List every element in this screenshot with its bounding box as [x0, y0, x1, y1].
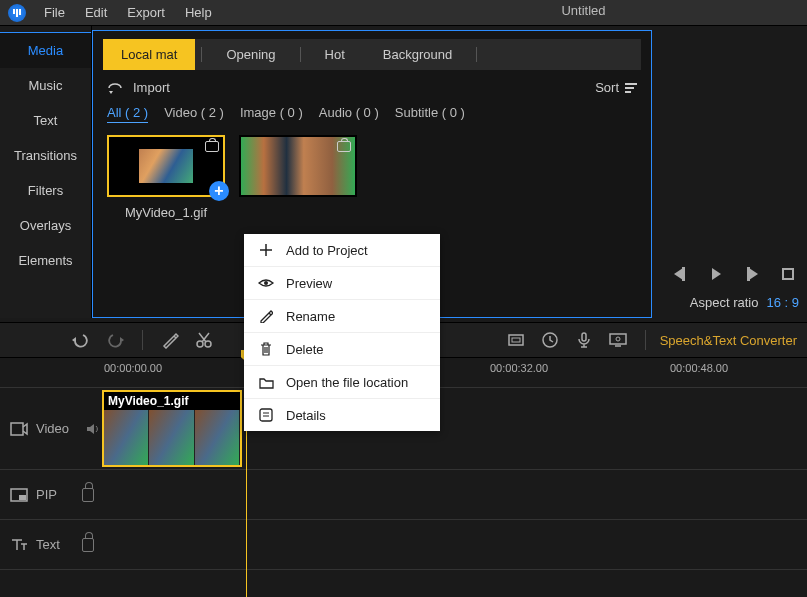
ctx-delete[interactable]: Delete [244, 333, 440, 366]
redo-button[interactable] [102, 327, 128, 353]
trash-icon [258, 341, 274, 357]
ctx-label: Details [286, 408, 326, 423]
ctx-open-location[interactable]: Open the file location [244, 366, 440, 399]
divider [142, 330, 143, 350]
ctx-label: Delete [286, 342, 324, 357]
timecode-0: 00:00:00.00 [104, 362, 162, 374]
prev-frame-button[interactable] [669, 263, 691, 285]
aspect-ratio-value[interactable]: 16 : 9 [766, 295, 799, 310]
filter-subtitle[interactable]: Subtitle ( 0 ) [395, 105, 465, 123]
sidebar-item-text[interactable]: Text [0, 103, 91, 138]
ctx-label: Rename [286, 309, 335, 324]
sidebar-item-filters[interactable]: Filters [0, 173, 91, 208]
filter-image[interactable]: Image ( 0 ) [240, 105, 303, 123]
preview-panel: Aspect ratio 16 : 9 [656, 26, 807, 318]
svg-point-7 [616, 337, 620, 341]
tab-local[interactable]: Local mat [103, 39, 195, 70]
track-text: Text [0, 520, 807, 570]
menu-help[interactable]: Help [175, 5, 222, 20]
track-pip: PIP [0, 470, 807, 520]
import-button[interactable]: Import [107, 80, 170, 95]
divider [300, 47, 301, 62]
ctx-preview[interactable]: Preview [244, 267, 440, 300]
tab-hot[interactable]: Hot [307, 39, 363, 70]
media-item-name: MyVideo_1.gif [107, 205, 225, 220]
media-thumbnails: + MyVideo_1.gif [103, 135, 641, 220]
next-frame-button[interactable] [741, 263, 763, 285]
sidebar-item-elements[interactable]: Elements [0, 243, 91, 278]
pip-track-icon [10, 488, 28, 502]
menu-bar: File Edit Export Help Untitled [0, 0, 807, 26]
camera-icon [205, 141, 219, 152]
pencil-icon [258, 308, 274, 324]
aspect-ratio-label: Aspect ratio [690, 295, 759, 310]
details-icon [258, 407, 274, 423]
media-filter-row: All ( 2 ) Video ( 2 ) Image ( 0 ) Audio … [107, 105, 637, 123]
edit-tool-button[interactable] [157, 327, 183, 353]
clip-label: MyVideo_1.gif [104, 392, 240, 410]
svg-rect-2 [509, 335, 523, 345]
video-track-icon [10, 422, 28, 436]
sidebar: Media Music Text Transitions Filters Ove… [0, 26, 92, 318]
track-label: Text [36, 537, 60, 552]
ctx-add-to-project[interactable]: Add to Project [244, 234, 440, 267]
media-item-2[interactable] [239, 135, 357, 220]
lock-icon[interactable] [82, 488, 94, 502]
menu-edit[interactable]: Edit [75, 5, 117, 20]
context-menu: Add to Project Preview Rename Delete Ope… [244, 234, 440, 431]
ctx-details[interactable]: Details [244, 399, 440, 431]
tab-background[interactable]: Background [365, 39, 470, 70]
folder-icon [258, 374, 274, 390]
mute-icon[interactable] [86, 423, 100, 435]
media-tabs: Local mat Opening Hot Background [103, 39, 641, 70]
text-track-icon [10, 537, 28, 553]
svg-rect-10 [19, 495, 26, 500]
add-to-project-icon[interactable]: + [209, 181, 229, 201]
crop-button[interactable] [503, 327, 529, 353]
ctx-label: Open the file location [286, 375, 408, 390]
voiceover-button[interactable] [571, 327, 597, 353]
app-logo-icon [8, 4, 26, 22]
sort-button[interactable]: Sort [595, 80, 637, 95]
duration-button[interactable] [537, 327, 563, 353]
menu-export[interactable]: Export [117, 5, 175, 20]
ctx-label: Add to Project [286, 243, 368, 258]
sidebar-item-media[interactable]: Media [0, 32, 91, 68]
document-title: Untitled [561, 3, 605, 18]
svg-rect-12 [260, 409, 272, 421]
import-label: Import [133, 80, 170, 95]
svg-point-11 [264, 281, 268, 285]
play-button[interactable] [705, 263, 727, 285]
filter-all[interactable]: All ( 2 ) [107, 105, 148, 123]
undo-button[interactable] [68, 327, 94, 353]
timecode-3: 00:00:48.00 [670, 362, 728, 374]
svg-rect-5 [582, 333, 586, 341]
ctx-label: Preview [286, 276, 332, 291]
track-label: PIP [36, 487, 57, 502]
media-item-1[interactable]: + MyVideo_1.gif [107, 135, 225, 220]
timeline-clip[interactable]: MyVideo_1.gif [102, 390, 242, 467]
sidebar-item-overlays[interactable]: Overlays [0, 208, 91, 243]
timecode-2: 00:00:32.00 [490, 362, 548, 374]
divider [645, 330, 646, 350]
record-screen-button[interactable] [605, 327, 631, 353]
ctx-rename[interactable]: Rename [244, 300, 440, 333]
svg-rect-8 [11, 423, 23, 435]
thumbnail-image [139, 149, 193, 183]
speech-text-converter-link[interactable]: Speech&Text Converter [660, 333, 797, 348]
sidebar-item-music[interactable]: Music [0, 68, 91, 103]
filter-audio[interactable]: Audio ( 0 ) [319, 105, 379, 123]
eye-icon [258, 275, 274, 291]
svg-rect-3 [512, 338, 520, 342]
menu-file[interactable]: File [34, 5, 75, 20]
divider [476, 47, 477, 62]
sort-icon [625, 83, 637, 93]
svg-rect-6 [610, 334, 626, 344]
stop-button[interactable] [777, 263, 799, 285]
sidebar-item-transitions[interactable]: Transitions [0, 138, 91, 173]
lock-icon[interactable] [82, 538, 94, 552]
cut-tool-button[interactable] [191, 327, 217, 353]
tab-opening[interactable]: Opening [208, 39, 293, 70]
filter-video[interactable]: Video ( 2 ) [164, 105, 224, 123]
divider [201, 47, 202, 62]
